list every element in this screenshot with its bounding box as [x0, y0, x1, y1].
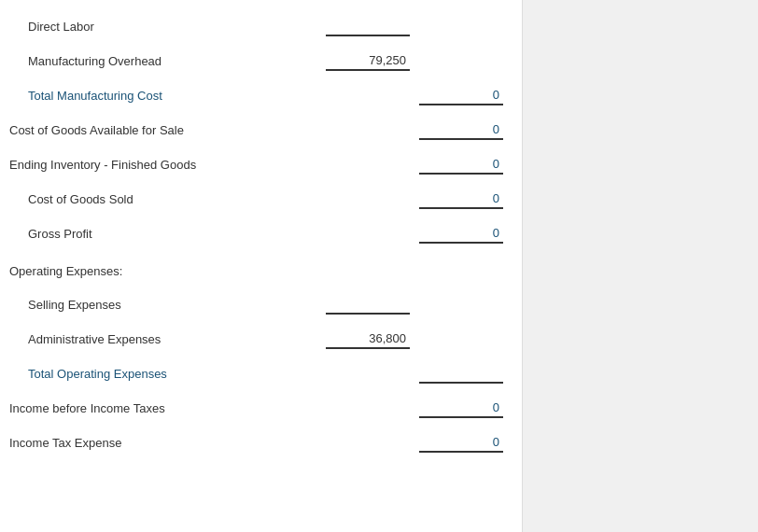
row-gross-profit: Gross Profit: [9, 217, 503, 251]
input-col2-cost-of-goods-available[interactable]: [419, 120, 503, 140]
col2-ending-inventory: [419, 155, 503, 175]
content-area: Direct LaborManufacturing OverheadTotal …: [0, 0, 523, 532]
label-ending-inventory: Ending Inventory - Finished Goods: [9, 158, 326, 172]
row-administrative-expenses: Administrative Expenses: [9, 322, 503, 357]
label-selling-expenses: Selling Expenses: [9, 298, 326, 312]
label-income-tax-expense: Income Tax Expense: [9, 436, 326, 450]
input-col1-direct-labor[interactable]: [326, 17, 410, 36]
col1-administrative-expenses: [326, 329, 410, 349]
input-col1-administrative-expenses[interactable]: [326, 329, 410, 349]
row-cost-of-goods-sold: Cost of Goods Sold: [9, 182, 503, 217]
input-col1-selling-expenses[interactable]: [326, 295, 410, 315]
row-selling-expenses: Selling Expenses: [9, 287, 503, 322]
input-col2-gross-profit[interactable]: [419, 224, 503, 244]
input-col2-total-manufacturing-cost[interactable]: [419, 86, 503, 105]
input-col2-total-operating-expenses[interactable]: [419, 364, 503, 384]
col1-direct-labor: [326, 17, 410, 36]
col2-cost-of-goods-sold: [419, 189, 503, 209]
col1-manufacturing-overhead: [326, 51, 410, 71]
label-operating-expenses-header: Operating Expenses:: [9, 259, 326, 280]
row-total-operating-expenses: Total Operating Expenses: [9, 357, 503, 391]
label-gross-profit: Gross Profit: [9, 227, 326, 241]
label-manufacturing-overhead: Manufacturing Overhead: [9, 54, 326, 68]
input-col2-ending-inventory[interactable]: [419, 155, 503, 175]
col2-gross-profit: [419, 224, 503, 244]
col2-total-operating-expenses: [419, 364, 503, 384]
label-cost-of-goods-available: Cost of Goods Available for Sale: [9, 123, 326, 137]
row-manufacturing-overhead: Manufacturing Overhead: [9, 44, 503, 78]
right-panel: [523, 0, 758, 532]
col2-income-before-taxes: [419, 399, 503, 418]
col2-cost-of-goods-available: [419, 120, 503, 140]
rows-container: Direct LaborManufacturing OverheadTotal …: [9, 9, 503, 460]
row-cost-of-goods-available: Cost of Goods Available for Sale: [9, 113, 503, 147]
col2-total-manufacturing-cost: [419, 86, 503, 105]
label-income-before-taxes: Income before Income Taxes: [9, 401, 326, 415]
row-operating-expenses-header: Operating Expenses:: [9, 251, 503, 287]
input-col2-income-before-taxes[interactable]: [419, 399, 503, 418]
row-total-manufacturing-cost: Total Manufacturing Cost: [9, 78, 503, 113]
row-income-before-taxes: Income before Income Taxes: [9, 391, 503, 426]
col1-selling-expenses: [326, 295, 410, 315]
row-ending-inventory: Ending Inventory - Finished Goods: [9, 147, 503, 182]
input-col2-income-tax-expense[interactable]: [419, 433, 503, 453]
label-direct-labor: Direct Labor: [9, 20, 326, 34]
row-direct-labor: Direct Labor: [9, 9, 503, 44]
main-container: Direct LaborManufacturing OverheadTotal …: [0, 0, 758, 532]
input-col2-cost-of-goods-sold[interactable]: [419, 189, 503, 209]
label-total-manufacturing-cost: Total Manufacturing Cost: [9, 89, 326, 103]
label-administrative-expenses: Administrative Expenses: [9, 332, 326, 346]
input-col1-manufacturing-overhead[interactable]: [326, 51, 410, 71]
label-cost-of-goods-sold: Cost of Goods Sold: [9, 192, 326, 206]
row-income-tax-expense: Income Tax Expense: [9, 426, 503, 460]
label-total-operating-expenses: Total Operating Expenses: [9, 367, 326, 381]
col2-income-tax-expense: [419, 433, 503, 453]
